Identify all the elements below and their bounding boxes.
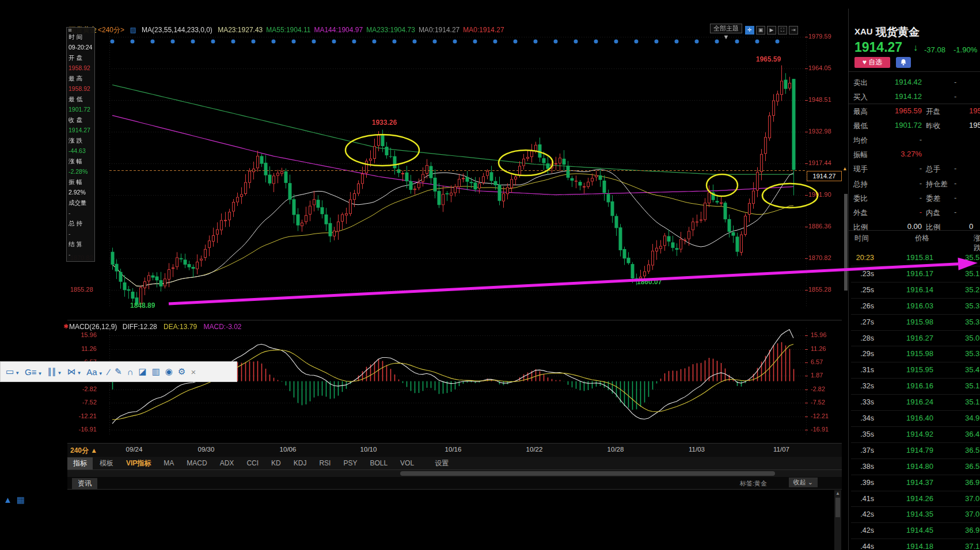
macd-diff-value: DIFF:12.28	[123, 323, 157, 331]
macd-axis-label: -16.91	[63, 426, 97, 433]
time-axis: 240分 ▲ 09/2409/3010/0610/1010/1610/2210/…	[67, 443, 842, 457]
tab-rsi[interactable]: RSI	[313, 458, 336, 468]
ma-value-label: MA0:1914.27	[463, 26, 504, 34]
tab-设置[interactable]: 设置	[429, 457, 454, 469]
macd-header: MACD(26,12,9) DIFF:12.28 DEA:13.79 MACD:…	[69, 323, 242, 331]
divider	[851, 459, 980, 459]
tick-row: .26s1916.0335.3	[849, 299, 980, 314]
tab-kd[interactable]: KD	[265, 458, 287, 468]
price-marker-icon: ▲	[842, 166, 848, 171]
tab-psy[interactable]: PSY	[337, 458, 363, 468]
field-value: -	[954, 92, 956, 101]
divider	[851, 378, 980, 379]
tab-ma[interactable]: MA	[158, 458, 180, 468]
symbol-name: 现货黄金	[876, 25, 920, 40]
tab-kdj[interactable]: KDJ	[288, 458, 313, 468]
indicator-settings-icon[interactable]: ✱	[63, 323, 69, 330]
field-label: 持仓差	[926, 179, 948, 189]
price-change-pct: -1.90%	[954, 45, 977, 54]
tick-change: 37.1	[965, 542, 979, 550]
news-tab[interactable]: 资讯	[72, 478, 97, 489]
eraser-tool[interactable]: ◪	[138, 366, 146, 377]
tick-row: .42s1914.4536.9	[849, 523, 980, 538]
tick-time: .42s	[849, 526, 874, 534]
field-value: -	[872, 179, 922, 188]
layout-fullscreen-icon[interactable]: ⛶	[778, 26, 787, 35]
field-value: -	[954, 208, 956, 216]
tick-row: .39s1914.3736.9	[849, 475, 980, 491]
field-value: -	[954, 193, 956, 202]
vlines-tool[interactable]: ∥∥▼	[47, 366, 62, 377]
hscrollbar-thumb[interactable]	[400, 471, 775, 476]
tab-boll[interactable]: BOLL	[364, 458, 393, 468]
collapse-button[interactable]: 收起 ⌄	[789, 478, 818, 487]
tick-change: 36.5	[965, 462, 979, 471]
tick-change: 37.0	[965, 510, 979, 518]
upload-icon[interactable]: ▲	[3, 495, 17, 505]
shape-tool[interactable]: ⋈▼	[67, 366, 81, 377]
tab-adx[interactable]: ADX	[214, 458, 240, 468]
gann-tool[interactable]: G≡▼	[25, 367, 42, 377]
field-value: 1914.12	[872, 92, 922, 101]
text-tool[interactable]: Aa▼	[86, 367, 102, 377]
add-favorite-button[interactable]: ♥ 自选	[854, 57, 890, 68]
chart-hscrollbar[interactable]	[67, 470, 842, 477]
field-value: 3.27%	[872, 150, 922, 158]
time-axis-tick: 09/30	[198, 446, 215, 453]
tick-row: .28s1916.2735.0	[849, 331, 980, 346]
layout-move-icon[interactable]: ✛	[745, 26, 754, 35]
panel-scrollbar-thumb[interactable]	[844, 194, 848, 291]
tick-row: .34s1916.4034.9	[849, 411, 980, 426]
tick-row: .44s1914.1837.1	[849, 539, 980, 550]
layout-single-icon[interactable]: ▣	[756, 26, 765, 35]
layout-cursor-icon[interactable]: ▶	[767, 26, 776, 35]
tab-模板[interactable]: 模板	[94, 457, 119, 469]
pencil-tool[interactable]: ✎	[115, 366, 122, 377]
data-value: 09-20:24	[69, 44, 92, 51]
tick-price: 1914.35	[899, 510, 933, 518]
divider	[851, 266, 980, 266]
tab-指标[interactable]: 指标	[67, 457, 93, 469]
divider	[851, 538, 980, 539]
news-scrollbar-thumb[interactable]	[835, 498, 840, 517]
trash-tool[interactable]: ▥	[152, 366, 160, 377]
field-label: 比例	[926, 223, 940, 232]
data-label: 最 低	[69, 96, 82, 104]
layout-export-icon[interactable]: ⇥	[789, 26, 798, 35]
tick-change: 35.1	[965, 269, 979, 278]
close-tool[interactable]: ×	[191, 367, 196, 377]
tab-macd[interactable]: MACD	[181, 458, 212, 468]
tick-row: .27s1915.9835.3	[849, 315, 980, 330]
tab-cci[interactable]: CCI	[241, 458, 264, 468]
settings-tool[interactable]: ⚙	[178, 366, 185, 377]
time-axis-tick: 11/07	[773, 446, 789, 453]
time-axis-tick: 11/03	[689, 446, 705, 453]
news-scrollbar[interactable]: ▲	[834, 490, 841, 550]
divider	[851, 394, 980, 395]
period-label[interactable]: 240分 ▲	[70, 446, 97, 456]
data-value: -44.63	[69, 147, 86, 154]
rect-tool[interactable]: ▭▼	[6, 366, 20, 377]
tick-change: 37.0	[965, 494, 979, 503]
price-annotation: 1848.89	[130, 301, 155, 310]
visibility-tool[interactable]: ◉	[165, 366, 173, 377]
data-label: 总 持	[69, 220, 82, 228]
chevron-down-icon: ▼	[57, 371, 62, 376]
grid-icon[interactable]: ▦	[17, 495, 29, 505]
pin-icon[interactable]: ⊞	[68, 28, 72, 33]
macd-axis-label: 11.26	[63, 345, 97, 352]
tab-vip指标[interactable]: VIP指标	[120, 457, 157, 469]
field-label: 买入	[853, 93, 868, 102]
tab-vol[interactable]: VOL	[394, 458, 420, 468]
ruler-tool[interactable]: ∕	[108, 367, 110, 377]
magnet-tool[interactable]: ∩	[127, 367, 134, 377]
scroll-up-icon[interactable]: ▲	[834, 490, 841, 497]
tick-time: .44s	[849, 543, 874, 550]
alert-bell-button[interactable]	[896, 57, 911, 68]
tick-change: 35.3	[965, 318, 979, 326]
down-arrow-icon: ↓	[913, 43, 918, 53]
field-value: -	[954, 179, 956, 188]
macd-axis-label: -16.91	[811, 426, 829, 433]
price-axis-label: 1932.98	[808, 128, 831, 135]
all-themes-button[interactable]: 全部主题 ▼	[710, 24, 742, 33]
